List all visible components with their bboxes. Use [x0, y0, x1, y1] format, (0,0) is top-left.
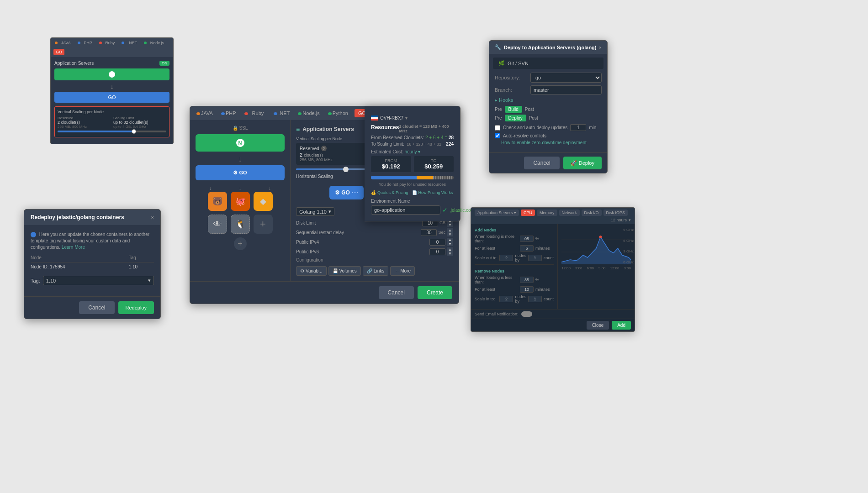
ipv4-up-spinner[interactable]: ▲: [447, 238, 453, 242]
ipv6-down-spinner[interactable]: ▼: [447, 252, 453, 256]
env-name-field[interactable]: [371, 205, 440, 215]
deploy-hook-btn[interactable]: Deploy: [505, 115, 526, 121]
main-cancel-button[interactable]: Cancel: [379, 286, 414, 299]
horiz-go-btn[interactable]: ⚙ GO • • •: [329, 186, 364, 199]
redeploy-header: Redeploy jelastic/golang containers ×: [24, 210, 160, 225]
addon-icon-2[interactable]: 🐙: [231, 192, 250, 211]
scale-in-input[interactable]: [499, 296, 513, 302]
btn-volumes[interactable]: 💾 Volumes: [328, 266, 361, 276]
remove-nodes-title: Remove Nodes: [475, 269, 554, 273]
learn-more-link[interactable]: Learn More: [62, 245, 85, 250]
cost-chevron[interactable]: ▾: [418, 149, 420, 154]
monitor-add-btn[interactable]: Add: [612, 321, 631, 330]
addon-plus[interactable]: +: [254, 215, 273, 234]
monitor-panel: Application Servers ▾ CPU Memory Network…: [471, 207, 635, 332]
tag-label: Tag:: [31, 278, 40, 283]
sequential-input[interactable]: 30: [421, 229, 437, 236]
main-tab-ruby[interactable]: Ruby: [243, 109, 268, 117]
nodes-by2-input[interactable]: [528, 296, 542, 302]
tab-ruby[interactable]: Ruby: [98, 40, 118, 46]
main-go-button[interactable]: ⚙ GO: [196, 165, 285, 180]
scaling-slider[interactable]: [58, 131, 166, 132]
addon-icon-1[interactable]: 🐻: [208, 192, 227, 211]
main-tab-dotnet[interactable]: .NET: [272, 109, 291, 117]
pricing-link[interactable]: 📄 How Pricing Works: [412, 190, 453, 195]
deploy-cancel-btn[interactable]: Cancel: [524, 157, 559, 169]
ipv6-up-spinner[interactable]: ▲: [447, 247, 453, 252]
node-id-cell: Node ID: 175954: [31, 262, 129, 272]
region-dropdown[interactable]: ▾: [405, 115, 408, 121]
main-node-button[interactable]: N: [196, 134, 285, 152]
monitor-tab-memory[interactable]: Memory: [537, 210, 557, 216]
redeploy-close[interactable]: ×: [151, 215, 154, 220]
main-tab-php[interactable]: PHP: [219, 109, 238, 117]
tab-java[interactable]: JAVA: [53, 40, 74, 46]
go-label: GO: [108, 94, 116, 100]
btn-variables[interactable]: ⚙ Variab...: [296, 266, 327, 276]
hooks-section: ▸ Hooks Pre Build Post Pre Deploy Post: [495, 97, 602, 121]
ipv6-input[interactable]: 0: [429, 248, 445, 255]
topleft-go-button[interactable]: GO: [54, 92, 169, 103]
doc-icon: 📄: [412, 190, 417, 195]
monitor-tab-network[interactable]: Network: [559, 210, 580, 216]
seq-up-spinner[interactable]: ▲: [447, 228, 453, 232]
addon-icon-3[interactable]: ◆: [254, 192, 273, 211]
ipv4-input[interactable]: 0: [429, 239, 445, 246]
monitor-tab-diskiops[interactable]: Disk IOPS: [603, 210, 628, 216]
auto-resolve-checkbox[interactable]: [495, 133, 500, 138]
main-tab-java[interactable]: JAVA: [195, 109, 215, 117]
redeploy-table: Node Tag Node ID: 175954 1.10: [31, 255, 154, 271]
deploy-footer: Cancel 🚀 Deploy: [489, 152, 607, 173]
monitor-close-btn[interactable]: Close: [587, 321, 609, 330]
reserved-info-icon[interactable]: ?: [321, 146, 327, 151]
branch-input[interactable]: [530, 85, 602, 94]
main-create-button[interactable]: Create: [418, 286, 452, 299]
zero-downtime-link[interactable]: How to enable zero-downtime deployment: [501, 140, 602, 145]
tab-php[interactable]: PHP: [76, 40, 95, 46]
for-atleast2-input[interactable]: [520, 286, 534, 293]
build-hook-btn[interactable]: Build: [505, 106, 522, 113]
when-less-input[interactable]: [520, 277, 534, 283]
monitor-chart-area: 9 GHz 6 GHz 3 GHz 0 GHz 12:00 3:0: [558, 224, 635, 309]
topleft-node-button[interactable]: N: [54, 68, 169, 80]
main-tab-python[interactable]: Python: [326, 109, 350, 117]
disk-down-spinner[interactable]: ▼: [447, 223, 453, 227]
repo-select[interactable]: go: [530, 73, 602, 83]
nodes-by-input[interactable]: [528, 255, 542, 261]
btn-more[interactable]: ⋯ More: [390, 266, 415, 276]
seq-down-spinner[interactable]: ▼: [447, 232, 453, 236]
btn-links[interactable]: 🔗 Links: [363, 266, 388, 276]
tab-go-active[interactable]: GO: [53, 49, 64, 55]
when-loading-input[interactable]: [520, 236, 534, 242]
monitor-tab-cpu[interactable]: CPU: [521, 210, 535, 216]
email-toggle[interactable]: [521, 311, 532, 317]
res-links: 💰 Quotes & Pricing 📄 How Pricing Works: [371, 190, 454, 195]
quotas-link[interactable]: 💰 Quotes & Pricing: [371, 190, 408, 195]
addon-icon-5[interactable]: 🐧: [231, 215, 250, 234]
plus-circle[interactable]: +: [234, 237, 247, 250]
scaling-limit-row: To Scaling Limit: 16 + 128 + 48 + 32 = 2…: [371, 142, 454, 147]
monitor-tab-appservers[interactable]: Application Servers ▾: [475, 210, 519, 216]
deploy-close[interactable]: ×: [599, 45, 602, 50]
for-atleast-input[interactable]: [520, 245, 534, 252]
hooks-toggle[interactable]: ▸ Hooks: [495, 97, 602, 103]
reserved-cloudlets-row: From Reserved Cloudlets: 2 + 6 + 4 = 28: [371, 135, 454, 140]
main-tab-nodejs[interactable]: Node.js: [296, 109, 321, 117]
redeploy-cancel-btn[interactable]: Cancel: [79, 301, 114, 314]
deploy-btn[interactable]: 🚀 Deploy: [563, 157, 602, 169]
min-input[interactable]: [570, 124, 586, 131]
monitor-tab-diskio[interactable]: Disk I/O: [582, 210, 602, 216]
ipv4-down-spinner[interactable]: ▼: [447, 242, 453, 246]
tab-dotnet[interactable]: .NET: [120, 40, 140, 46]
auto-deploy-checkbox[interactable]: [495, 125, 500, 131]
git-section: 🌿 Git / SVN: [493, 58, 603, 69]
addon-icon-4[interactable]: 👁: [208, 215, 227, 234]
cost-period[interactable]: hourly: [404, 149, 417, 154]
region-flag: [371, 115, 378, 121]
redeploy-btn[interactable]: Redeploy: [118, 301, 154, 314]
monitor-time[interactable]: 12 hours ▾: [611, 218, 631, 222]
scale-out-input[interactable]: [499, 255, 513, 261]
golang-dropdown[interactable]: Golang 1.10 ▾: [296, 207, 334, 216]
tab-nodejs[interactable]: Node.js: [143, 40, 167, 46]
tag-select[interactable]: 1.10 ▾: [43, 276, 154, 285]
